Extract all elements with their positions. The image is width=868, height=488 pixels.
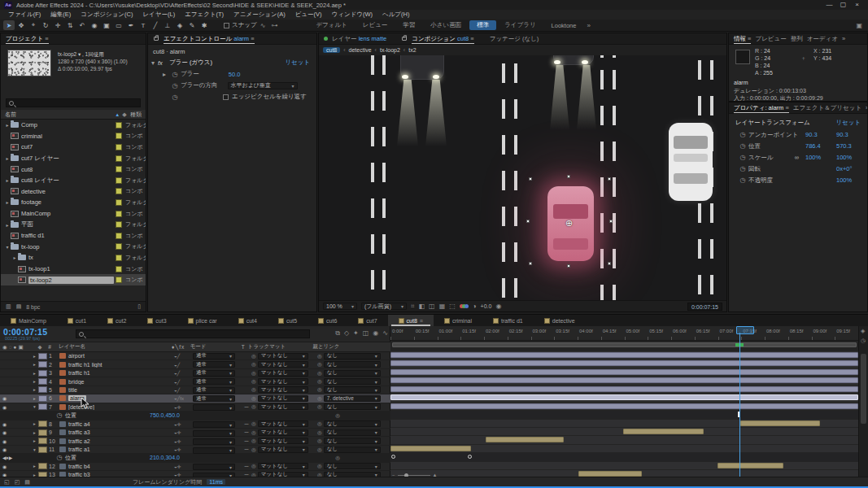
parent-select[interactable]: なし▾ [324, 463, 381, 469]
blur-value[interactable]: 50.0 [229, 71, 253, 78]
panel-menu-icon[interactable]: ≡ [785, 104, 788, 111]
parent-select[interactable]: なし▾ [324, 378, 381, 385]
trackmatte-select[interactable]: マットなし▾ [258, 463, 308, 469]
workspace-item[interactable]: レビュー [355, 20, 395, 30]
layer-track-row[interactable] [390, 386, 858, 394]
project-search-input[interactable] [6, 98, 141, 107]
composition-canvas[interactable]: ⊕ [319, 55, 726, 302]
layer-name-cell[interactable]: traffic h1 light [59, 362, 174, 368]
pickwhip-icon[interactable]: ◎ [251, 370, 256, 377]
mode-select[interactable]: ▾ [193, 464, 235, 470]
breadcrumb-item[interactable]: tx2 [408, 47, 416, 53]
layer-color-chip[interactable] [38, 361, 47, 368]
panel-lock-icon[interactable] [154, 37, 159, 41]
comp-tab[interactable]: cut1 [57, 315, 97, 326]
trackmatte-cell[interactable]: ◎マットなし▾ [251, 386, 317, 393]
clone-stamp-tool-icon[interactable]: ⊥ [162, 20, 173, 30]
edge-pixels-checkbox[interactable] [223, 94, 229, 100]
keyframe-icon[interactable] [391, 455, 395, 459]
twirl-icon[interactable]: ▸ [31, 371, 38, 376]
parent-cell[interactable]: ◎なし▾ [317, 420, 390, 427]
project-item[interactable]: ▾tx-loopフォルダ [1, 242, 146, 253]
exposure-icon[interactable]: ◑ [473, 303, 477, 310]
mode-select[interactable]: 通常▾ [193, 378, 235, 385]
property-track-row[interactable] [390, 453, 858, 461]
layer-switches[interactable]: ◒✛ [174, 429, 193, 435]
layer-track-row[interactable] [390, 351, 858, 359]
toggle-inout-icon[interactable]: ▤ [24, 479, 30, 486]
selection-handle[interactable] [608, 262, 611, 265]
comp-tab[interactable]: MainComp [0, 315, 57, 326]
tab-project[interactable]: プロジェクト ≡ [6, 33, 49, 45]
trackmatte-header[interactable]: トラックマット [248, 343, 313, 351]
pickwhip-icon[interactable]: ◎ [251, 463, 256, 469]
property-value[interactable]: 750.0,450.0 [150, 412, 180, 418]
twirl-icon[interactable]: ▾ [148, 59, 158, 67]
property-value[interactable]: 210.0,304.0 [150, 455, 180, 460]
work-area-bar[interactable] [392, 342, 857, 347]
mode-cell[interactable]: ▾ [193, 446, 242, 454]
workspace-overflow-icon[interactable]: » [584, 22, 592, 29]
label-color-chip[interactable] [116, 199, 122, 206]
trackmatte-cell[interactable]: ◎マットなし▾ [251, 420, 317, 427]
trackmatte-cell[interactable]: ◎マットなし▾ [251, 447, 317, 453]
snap-options-icon[interactable]: ∿ [258, 22, 268, 29]
layer-av-switches[interactable]: ◉ [0, 464, 31, 469]
layer-switches[interactable]: ◒✛ [174, 438, 193, 444]
trackmatte-cell[interactable]: ◎マットなし▾ [251, 403, 317, 410]
label-color-chip[interactable] [116, 221, 122, 228]
panel-menu-icon[interactable]: ≡ [45, 35, 48, 42]
property-value[interactable]: 786.4 [805, 142, 830, 150]
project-item[interactable]: ▸footageフォルダ [1, 197, 146, 208]
trackmatte-cell[interactable]: ◎マットなし▾ [251, 361, 317, 368]
layer-name-cell[interactable]: bridge [59, 379, 174, 385]
comp-tab[interactable]: cut3 [137, 315, 177, 326]
label-color-chip[interactable] [116, 155, 122, 162]
layer-color-chip[interactable] [38, 463, 47, 469]
mode-cell[interactable]: ▾ [193, 437, 242, 445]
snapshot-camera-icon[interactable]: ◉ [495, 303, 501, 310]
layer-row[interactable]: ◉▸10traffic a2◒✛▾─◎マットなし▾◎なし▾ [0, 437, 390, 445]
exposure-value[interactable]: +0.0 [481, 303, 492, 309]
trackmatte-toggle[interactable]: ─ [242, 464, 251, 469]
tab-panel[interactable]: プレビュー [755, 35, 786, 43]
layer-track-row[interactable] [390, 428, 858, 436]
twirl-icon[interactable]: ▸ [31, 396, 38, 401]
pickwhip-icon[interactable]: ◎ [251, 378, 256, 385]
trackmatte-cell[interactable]: ◎マットなし▾ [251, 463, 317, 469]
label-color-chip[interactable] [116, 188, 122, 194]
layer-row[interactable]: ◉▸8traffic a4◒✛▾─◎マットなし▾◎なし▾ [0, 420, 390, 429]
layer-row[interactable]: ▸4bridge◒╱通常▾◎マットなし▾◎なし▾ [0, 377, 390, 386]
project-item[interactable]: criminalコンポ [1, 131, 146, 142]
project-item[interactable]: ▸Compフォルダ [1, 120, 146, 131]
layer-color-chip[interactable] [38, 429, 47, 436]
mode-select[interactable]: ▾ [193, 421, 235, 428]
mode-cell[interactable]: ▾ [193, 462, 242, 470]
pickwhip-icon[interactable]: ◎ [251, 361, 256, 368]
layer-av-switches[interactable]: ◉ [0, 429, 31, 435]
mask-visibility-icon[interactable]: ◧ [419, 303, 425, 310]
color-depth[interactable]: 8 bpc [26, 304, 40, 310]
type-tool-icon[interactable]: T [137, 20, 149, 30]
layer-av-switches[interactable]: ◉ [0, 395, 31, 401]
parent-select[interactable]: なし▾ [324, 429, 381, 436]
parent-select[interactable]: なし▾ [324, 386, 381, 393]
layer-color-chip[interactable] [38, 386, 47, 393]
layer-name-cell[interactable]: [detective] [59, 404, 174, 410]
panel-menu-icon[interactable]: ≡ [470, 35, 473, 42]
tab-composition-viewer[interactable]: コンポジション cut8 ≡ [412, 33, 474, 45]
3d-view-icon[interactable]: ⬚ [449, 303, 456, 310]
layer-row[interactable]: ◉▾7[detective]◒✛▾─◎マットなし▾◎なし▾ [0, 403, 390, 412]
toggle-switches-icon[interactable]: ◱ [4, 479, 10, 486]
pickwhip-icon[interactable]: ◎ [251, 353, 256, 359]
mode-select[interactable]: 通常▾ [193, 387, 235, 394]
layer-duration-bar[interactable] [390, 403, 858, 409]
pickwhip-icon[interactable]: ◎ [251, 386, 256, 393]
workspace-item[interactable]: 学習 [395, 20, 422, 30]
layer-name-cell[interactable]: alarm [59, 395, 174, 401]
channel-icon[interactable] [460, 304, 469, 308]
parent-cell[interactable]: ◎なし▾ [317, 429, 390, 436]
property-track-row[interactable] [390, 411, 858, 419]
trackmatte-cell[interactable]: ◎マットなし▾ [251, 370, 317, 377]
parent-link-header[interactable]: 親とリンク [312, 343, 390, 351]
